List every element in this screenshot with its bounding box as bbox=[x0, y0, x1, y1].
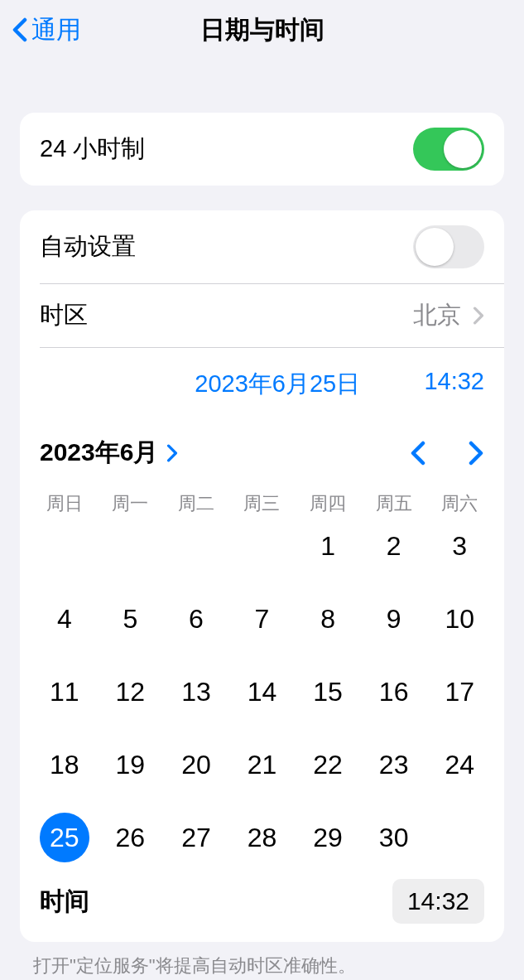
day-cell[interactable]: 16 bbox=[361, 665, 427, 718]
day-cell[interactable]: 29 bbox=[295, 811, 361, 864]
day-number: 15 bbox=[303, 667, 353, 717]
auto-set-label: 自动设置 bbox=[40, 230, 136, 263]
hour24-row: 24 小时制 bbox=[20, 113, 504, 186]
day-cell[interactable]: 22 bbox=[295, 738, 361, 791]
day-cell[interactable]: 28 bbox=[229, 811, 296, 864]
day-cell[interactable]: 13 bbox=[163, 665, 229, 718]
day-cell-empty bbox=[229, 519, 296, 572]
day-number: 5 bbox=[105, 594, 155, 644]
day-cell-empty bbox=[163, 519, 229, 572]
day-number: 19 bbox=[105, 740, 155, 789]
day-cell[interactable]: 23 bbox=[361, 738, 427, 791]
footer-note: 打开"定位服务"将提高自动时区准确性。 bbox=[0, 942, 524, 978]
timezone-row[interactable]: 时区 北京 bbox=[20, 284, 504, 347]
day-number: 1 bbox=[303, 521, 353, 571]
day-cell[interactable]: 15 bbox=[295, 665, 361, 718]
day-cell[interactable]: 17 bbox=[426, 665, 493, 718]
day-cell-empty bbox=[31, 519, 98, 572]
weekday-header: 周五 bbox=[361, 491, 427, 516]
day-number: 25 bbox=[40, 813, 89, 862]
day-cell[interactable]: 8 bbox=[295, 592, 361, 645]
day-cell[interactable]: 19 bbox=[98, 738, 164, 791]
time-label: 时间 bbox=[40, 885, 89, 919]
weekday-header: 周一 bbox=[98, 491, 164, 516]
auto-set-toggle[interactable] bbox=[413, 225, 484, 268]
day-number: 30 bbox=[369, 813, 419, 862]
day-cell[interactable]: 26 bbox=[98, 811, 164, 864]
day-number: 4 bbox=[40, 594, 89, 644]
day-number: 24 bbox=[435, 740, 484, 789]
hour24-toggle[interactable] bbox=[413, 128, 484, 171]
day-cell[interactable]: 14 bbox=[229, 665, 296, 718]
day-cell[interactable]: 3 bbox=[426, 519, 493, 572]
back-button[interactable]: 通用 bbox=[0, 13, 81, 47]
day-cell[interactable]: 1 bbox=[295, 519, 361, 572]
day-number: 12 bbox=[105, 667, 155, 717]
day-cell[interactable]: 9 bbox=[361, 592, 427, 645]
day-number: 16 bbox=[369, 667, 419, 717]
day-number: 28 bbox=[237, 813, 286, 862]
month-year-label: 2023年6月 bbox=[40, 436, 158, 470]
day-cell[interactable]: 12 bbox=[98, 665, 164, 718]
day-number: 14 bbox=[237, 667, 286, 717]
weekday-header: 周日 bbox=[31, 491, 98, 516]
day-cell[interactable]: 4 bbox=[31, 592, 98, 645]
day-number: 21 bbox=[237, 740, 286, 789]
page-title: 日期与时间 bbox=[200, 13, 324, 47]
day-number: 6 bbox=[171, 594, 221, 644]
toggle-knob bbox=[444, 130, 482, 168]
day-number: 10 bbox=[435, 594, 484, 644]
date-picker-button[interactable]: 2023年6月25日 bbox=[103, 368, 360, 401]
chevron-left-icon bbox=[12, 17, 28, 42]
day-number: 17 bbox=[435, 667, 484, 717]
day-cell-empty bbox=[98, 519, 164, 572]
month-year-button[interactable]: 2023年6月 bbox=[40, 436, 178, 470]
chevron-right-icon bbox=[473, 307, 484, 325]
time-picker-button[interactable]: 14:32 bbox=[424, 368, 484, 401]
back-label: 通用 bbox=[31, 13, 81, 47]
day-number: 22 bbox=[303, 740, 353, 789]
day-number: 18 bbox=[40, 740, 89, 789]
day-number: 11 bbox=[40, 667, 89, 717]
day-cell[interactable]: 21 bbox=[229, 738, 296, 791]
weekday-header: 周四 bbox=[295, 491, 361, 516]
day-number: 20 bbox=[171, 740, 221, 789]
day-number: 23 bbox=[369, 740, 419, 789]
day-cell[interactable]: 18 bbox=[31, 738, 98, 791]
day-cell[interactable]: 10 bbox=[426, 592, 493, 645]
day-cell[interactable]: 6 bbox=[163, 592, 229, 645]
day-cell[interactable]: 25 bbox=[31, 811, 98, 864]
day-number: 26 bbox=[105, 813, 155, 862]
day-number: 3 bbox=[435, 521, 484, 571]
day-cell[interactable]: 20 bbox=[163, 738, 229, 791]
hour24-label: 24 小时制 bbox=[40, 133, 145, 166]
day-number: 2 bbox=[369, 521, 419, 571]
day-cell[interactable]: 27 bbox=[163, 811, 229, 864]
day-number: 29 bbox=[303, 813, 353, 862]
toggle-knob bbox=[416, 228, 454, 266]
prev-month-button[interactable] bbox=[410, 441, 426, 466]
day-cell[interactable]: 11 bbox=[31, 665, 98, 718]
day-cell[interactable]: 30 bbox=[361, 811, 427, 864]
auto-set-row: 自动设置 bbox=[20, 210, 504, 283]
day-number: 13 bbox=[171, 667, 221, 717]
day-cell[interactable]: 7 bbox=[229, 592, 296, 645]
day-number: 7 bbox=[237, 594, 286, 644]
day-cell[interactable]: 5 bbox=[98, 592, 164, 645]
day-number: 8 bbox=[303, 594, 353, 644]
weekday-header: 周三 bbox=[229, 491, 296, 516]
chevron-right-icon bbox=[166, 444, 178, 462]
next-month-button[interactable] bbox=[468, 441, 484, 466]
timezone-label: 时区 bbox=[40, 299, 88, 332]
day-cell[interactable]: 24 bbox=[426, 738, 493, 791]
day-cell[interactable]: 2 bbox=[361, 519, 427, 572]
time-value-button[interactable]: 14:32 bbox=[392, 879, 484, 924]
day-number: 9 bbox=[369, 594, 419, 644]
weekday-header: 周六 bbox=[426, 491, 493, 516]
day-number: 27 bbox=[171, 813, 221, 862]
timezone-value: 北京 bbox=[413, 299, 461, 332]
weekday-header: 周二 bbox=[163, 491, 229, 516]
